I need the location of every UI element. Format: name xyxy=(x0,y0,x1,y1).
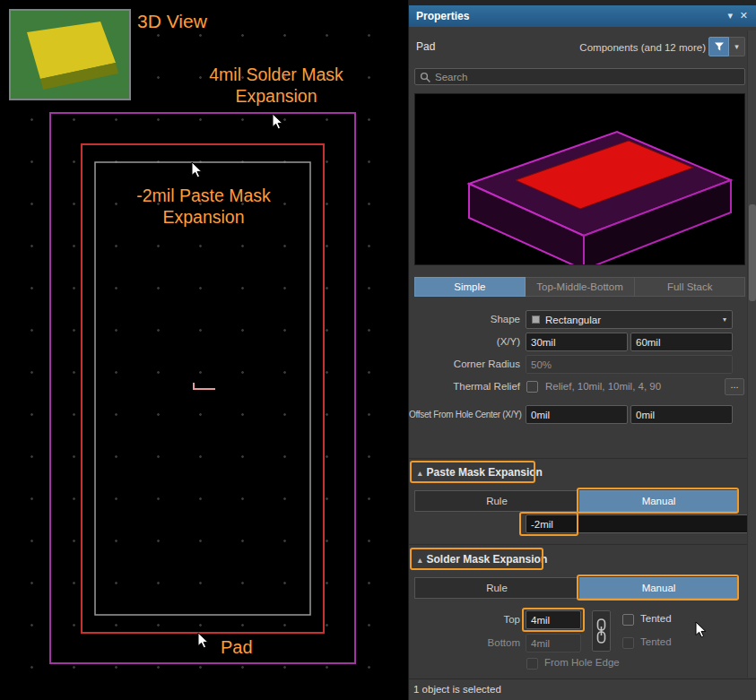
from-hole-edge-label: From Hole Edge xyxy=(544,657,620,668)
label-solder-mask-expansion: 4mil Solder Mask Expansion xyxy=(187,64,366,107)
pcb-editor-canvas[interactable]: 3D View 4mil Solder Mask Expansion -2mil… xyxy=(0,0,408,700)
section-separator xyxy=(409,458,748,459)
paste-mask-mode-buttons: Rule Manual xyxy=(414,490,739,512)
altium-pad-properties-screen: 3D View 4mil Solder Mask Expansion -2mil… xyxy=(0,0,756,700)
search-box xyxy=(414,68,745,85)
tented-top-checkbox[interactable] xyxy=(622,614,634,626)
rectangular-shape-icon xyxy=(532,315,540,324)
thermal-relief-checkbox[interactable] xyxy=(526,381,538,393)
offset-label: Offset From Hole Center (X/Y) xyxy=(409,405,520,424)
scrollbar-thumb[interactable] xyxy=(749,204,756,301)
pad-3d-preview[interactable] xyxy=(414,93,745,265)
from-hole-edge-checkbox xyxy=(526,658,538,670)
label-paste-mask-expansion: -2mil Paste Mask Expansion xyxy=(114,185,293,228)
shape-dropdown[interactable]: Rectangular ▾ xyxy=(526,310,733,329)
size-x-field[interactable] xyxy=(526,333,628,351)
panel-title: Properties xyxy=(416,10,469,22)
solder-mask-mode-buttons: Rule Manual xyxy=(414,577,739,599)
properties-panel: Properties ▾ ✕ Pad Components (and 12 mo… xyxy=(408,0,756,700)
scope-selector-label[interactable]: Components (and 12 more) xyxy=(579,42,706,53)
solder-mask-top-field[interactable] xyxy=(526,610,581,629)
link-top-bottom-button[interactable] xyxy=(592,610,611,652)
search-input[interactable] xyxy=(435,69,740,84)
funnel-icon xyxy=(714,41,725,52)
label-3d-view: 3D View xyxy=(137,11,207,32)
solder-mask-expansion-title: Solder Mask Expansion xyxy=(427,553,548,566)
paste-mask-expansion-header[interactable]: ▴Paste Mask Expansion xyxy=(418,466,543,479)
tented-top-label: Tented xyxy=(640,613,672,624)
tab-simple[interactable]: Simple xyxy=(414,277,526,297)
panel-menu-icon[interactable]: ▾ xyxy=(727,10,733,22)
close-icon[interactable]: ✕ xyxy=(740,10,748,22)
paste-mask-manual-button[interactable]: Manual xyxy=(579,490,739,512)
offset-x-field[interactable] xyxy=(526,405,628,424)
thermal-relief-label: Thermal Relief xyxy=(409,377,520,396)
collapse-icon: ▴ xyxy=(418,469,422,478)
paste-mask-rule-button[interactable]: Rule xyxy=(414,490,579,512)
corner-radius-field xyxy=(526,355,733,374)
pad-3d-thumbnail xyxy=(9,9,131,100)
filter-button[interactable] xyxy=(708,37,729,56)
thermal-relief-more-button[interactable]: ... xyxy=(725,378,744,395)
shape-label: Shape xyxy=(409,310,520,329)
xy-label: (X/Y) xyxy=(409,333,520,351)
status-text: 1 object is selected xyxy=(413,684,501,695)
chevron-down-icon: ▾ xyxy=(723,315,726,324)
panel-scrollbar[interactable] xyxy=(747,30,756,678)
label-solder-mask-line1: 4mil Solder Mask xyxy=(187,64,366,85)
solder-mask-bottom-label: Bottom xyxy=(409,634,520,652)
section-separator xyxy=(409,544,748,545)
link-icon xyxy=(593,611,610,651)
pad-3d-preview-image xyxy=(415,94,744,264)
paste-mask-expansion-field[interactable] xyxy=(526,514,751,533)
tented-bottom-label: Tented xyxy=(640,636,672,647)
corner-radius-label: Corner Radius xyxy=(409,355,520,374)
solder-mask-expansion-header[interactable]: ▴Solder Mask Expansion xyxy=(418,553,547,566)
label-pad: Pad xyxy=(221,636,253,658)
tented-bottom-checkbox xyxy=(622,637,634,649)
tab-top-middle-bottom[interactable]: Top-Middle-Bottom xyxy=(526,277,636,297)
size-y-field[interactable] xyxy=(630,333,733,351)
label-solder-mask-line2: Expansion xyxy=(187,85,366,107)
tab-full-stack[interactable]: Full Stack xyxy=(635,277,745,297)
offset-y-field[interactable] xyxy=(630,405,733,424)
panel-titlebar: Properties ▾ ✕ xyxy=(409,5,756,27)
object-type-label: Pad xyxy=(416,40,435,53)
search-icon xyxy=(420,72,431,83)
solder-mask-manual-button[interactable]: Manual xyxy=(579,577,739,599)
label-paste-mask-line2: Expansion xyxy=(114,206,293,228)
solder-mask-bottom-field xyxy=(526,634,581,652)
collapse-icon: ▴ xyxy=(418,556,422,565)
filter-dropdown-button[interactable]: ▾ xyxy=(729,37,745,56)
shape-value: Rectangular xyxy=(545,315,601,325)
solder-mask-rule-button[interactable]: Rule xyxy=(414,577,579,599)
solder-mask-top-label: Top xyxy=(409,610,520,629)
status-bar: 1 object is selected xyxy=(409,678,756,700)
label-paste-mask-line1: -2mil Paste Mask xyxy=(114,185,293,206)
thermal-relief-value: Relief, 10mil, 10mil, 4, 90 xyxy=(545,381,661,392)
stack-mode-tabs: Simple Top-Middle-Bottom Full Stack xyxy=(414,277,745,297)
pad-3d-thumbnail-image xyxy=(11,11,129,99)
pad-origin-marker xyxy=(194,383,215,389)
